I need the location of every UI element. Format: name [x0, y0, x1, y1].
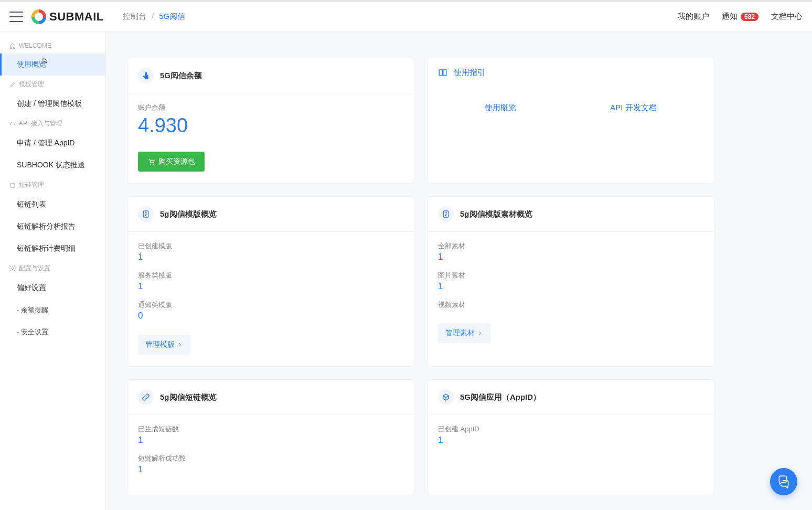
stat-value: 1 — [138, 435, 403, 445]
breadcrumb: 控制台 / 5G阅信 — [123, 12, 186, 22]
sidebar-item-preferences[interactable]: 偏好设置 — [0, 277, 105, 299]
doc-center-link[interactable]: 文档中心 — [771, 12, 803, 22]
document-icon — [138, 206, 154, 222]
card-shortlink-title: 5g阅信短链概览 — [160, 392, 217, 402]
chevron-right-icon — [177, 342, 183, 348]
notifications-link[interactable]: 通知 582 — [722, 12, 758, 22]
stat-value: 1 — [138, 464, 403, 475]
sidebar-section-shortlink: 短链管理 — [0, 176, 105, 194]
card-balance: 5G阅信余额 账户余额 4.930 购买资源包 — [127, 58, 414, 184]
sidebar: WELCOME 使用概览 模板管理 创建 / 管理阅信模板 API 接入与管理 … — [0, 31, 106, 510]
logo[interactable]: SUBMAIL — [31, 9, 104, 24]
card-template-title: 5g阅信模版概览 — [160, 209, 217, 219]
card-guide-title: 使用指引 — [454, 68, 485, 78]
card-balance-title: 5G阅信余额 — [160, 71, 202, 81]
chat-icon — [777, 475, 790, 488]
stat-value: 1 — [138, 252, 403, 262]
main-content: 5G阅信余额 账户余额 4.930 购买资源包 使用指引 — [106, 31, 735, 510]
stat-label: 图片素材 — [438, 271, 703, 280]
svg-point-2 — [150, 164, 151, 165]
sidebar-item-balance-alert[interactable]: 余额提醒 — [0, 299, 105, 321]
stat-value: 1 — [438, 435, 703, 445]
buy-resource-button[interactable]: 购买资源包 — [138, 152, 205, 172]
code-icon — [9, 121, 16, 127]
svg-rect-4 — [439, 70, 442, 76]
sidebar-section-welcome: WELCOME — [0, 38, 105, 54]
logo-text: SUBMAIL — [49, 10, 104, 24]
balance-value: 4.930 — [138, 114, 403, 137]
stat-value: 0 — [138, 311, 403, 321]
card-template-overview: 5g阅信模版概览 已创建模版 1 服务类模版 1 通知类模版 0 — [127, 196, 414, 367]
notifications-label: 通知 — [722, 12, 738, 22]
guide-link-overview[interactable]: 使用概览 — [485, 103, 516, 113]
sidebar-item-overview[interactable]: 使用概览 — [0, 54, 105, 76]
home-icon — [9, 42, 16, 49]
stat-label: 服务类模版 — [138, 271, 403, 280]
tap-icon — [138, 68, 154, 83]
stat-label: 通知类模版 — [138, 300, 403, 310]
book-icon — [438, 68, 447, 78]
manage-material-button[interactable]: 管理素材 — [438, 323, 490, 343]
sidebar-item-shortlink-billing[interactable]: 短链解析计费明细 — [0, 238, 105, 260]
gear-icon — [9, 265, 16, 272]
sidebar-item-create-template[interactable]: 创建 / 管理阅信模板 — [0, 93, 105, 115]
stat-label: 已创建模版 — [138, 241, 403, 251]
pencil-icon — [9, 81, 16, 88]
breadcrumb-root[interactable]: 控制台 — [123, 12, 146, 20]
svg-rect-5 — [443, 70, 446, 76]
logo-icon — [31, 9, 46, 24]
cart-icon — [147, 158, 155, 166]
chat-support-button[interactable] — [770, 468, 797, 495]
card-shortlink-overview: 5g阅信短链概览 已生成短链数 1 短链解析成功数 1 — [127, 379, 414, 495]
svg-point-3 — [153, 164, 154, 165]
svg-point-1 — [12, 268, 14, 269]
stat-label: 短链解析成功数 — [138, 454, 403, 463]
header: SUBMAIL 控制台 / 5G阅信 我的账户 通知 582 文档中心 — [0, 2, 812, 31]
manage-template-button[interactable]: 管理模版 — [138, 335, 190, 355]
card-material-overview: 5g阅信模版素材概览 全部素材 1 图片素材 1 视频素材 — [427, 196, 714, 367]
card-appid-overview: 5G阅信应用（AppID） 已创建 AppID 1 — [427, 379, 714, 495]
sidebar-item-subhook[interactable]: SUBHOOK 状态推送 — [0, 154, 105, 176]
app-icon — [438, 389, 454, 405]
notification-badge: 582 — [741, 13, 758, 21]
sidebar-item-appid[interactable]: 申请 / 管理 AppID — [0, 132, 105, 154]
card-material-title: 5g阅信模版素材概览 — [460, 209, 532, 219]
card-appid-title: 5G阅信应用（AppID） — [460, 392, 541, 402]
my-account-link[interactable]: 我的账户 — [678, 12, 709, 22]
link-icon — [9, 182, 16, 188]
document-icon — [438, 206, 454, 222]
balance-label: 账户余额 — [138, 103, 403, 112]
stat-value: 1 — [138, 281, 403, 292]
guide-link-api-docs[interactable]: API 开发文档 — [610, 103, 656, 113]
sidebar-section-template: 模板管理 — [0, 76, 105, 93]
stat-value: 1 — [438, 281, 703, 292]
sidebar-item-shortlink-list[interactable]: 短链列表 — [0, 194, 105, 216]
link-icon — [138, 389, 154, 405]
breadcrumb-current[interactable]: 5G阅信 — [159, 12, 185, 20]
stat-label: 已创建 AppID — [438, 424, 703, 434]
sidebar-item-shortlink-report[interactable]: 短链解析分析报告 — [0, 216, 105, 238]
sidebar-section-api: API 接入与管理 — [0, 115, 105, 132]
chevron-right-icon — [477, 330, 483, 336]
svg-rect-0 — [10, 183, 15, 187]
stat-label: 视频素材 — [438, 300, 703, 310]
sidebar-item-security[interactable]: 安全设置 — [0, 321, 105, 343]
stat-label: 全部素材 — [438, 241, 703, 251]
stat-value: 1 — [438, 252, 703, 262]
card-guide: 使用指引 使用概览 API 开发文档 — [427, 58, 714, 184]
menu-toggle-icon[interactable] — [9, 12, 23, 22]
stat-label: 已生成短链数 — [138, 424, 403, 434]
sidebar-section-config: 配置与设置 — [0, 260, 105, 277]
